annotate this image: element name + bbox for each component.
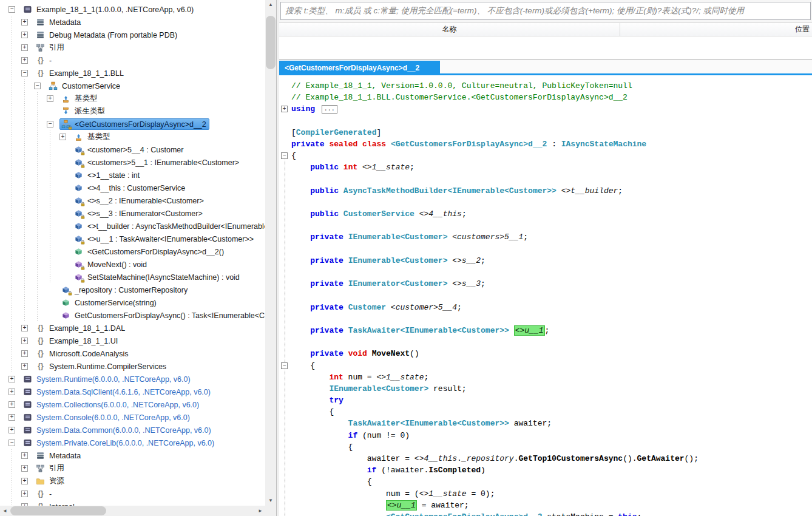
code-line: private Customer <customer>5__4; bbox=[279, 302, 812, 313]
code-editor[interactable]: // Example_18_1_1, Version=1.0.0.0, Cult… bbox=[279, 75, 812, 516]
tree-item[interactable]: +基类型 bbox=[0, 131, 265, 143]
fold-margin bbox=[279, 336, 291, 348]
tree-item[interactable]: <customers>5__1 : IEnumerable<Customer> bbox=[0, 156, 265, 169]
expander-icon[interactable]: + bbox=[21, 57, 28, 64]
tree-item[interactable]: MoveNext() : void bbox=[0, 258, 265, 271]
expander-icon[interactable]: + bbox=[59, 134, 66, 140]
expander-icon[interactable]: + bbox=[8, 427, 15, 433]
tree-item[interactable]: −<GetCustomersForDisplayAsync>d__2 bbox=[0, 118, 265, 131]
code-line: private IEnumerable<Customer> <>s__2; bbox=[279, 255, 812, 266]
tree-item[interactable]: +System.Data.SqlClient (4.6.1.6, .NETCor… bbox=[0, 385, 265, 398]
expander-icon[interactable]: + bbox=[8, 401, 15, 408]
tree-item[interactable]: <>s__2 : IEnumerable<Customer> bbox=[0, 194, 265, 207]
tree-item[interactable]: +System.Console (6.0.0.0, .NETCoreApp, v… bbox=[0, 411, 265, 424]
search-input[interactable]: 搜索 t:类型、 m:成员 或 c:常量; 使用完全匹配(=term)、 不应包… bbox=[280, 2, 811, 20]
expander-icon[interactable]: + bbox=[21, 44, 28, 51]
tree-item[interactable]: +Debug Metadata (From portable PDB) bbox=[0, 29, 265, 41]
tree-item[interactable]: +{}Microsoft.CodeAnalysis bbox=[0, 347, 265, 360]
expander-icon[interactable]: − bbox=[47, 121, 53, 127]
search-placeholder-text: 搜索 t:类型、 m:成员 或 c:常量; 使用完全匹配(=term)、 不应包… bbox=[285, 5, 744, 16]
tree-item[interactable]: <>u__1 : TaskAwaiter<IEnumerable<Custome… bbox=[0, 233, 265, 245]
tree-item[interactable]: −{}Example_18_1_1.BLL bbox=[0, 67, 265, 80]
tree-item[interactable]: CustomerService(string) bbox=[0, 296, 265, 309]
collapsed-code-box[interactable]: ... bbox=[322, 105, 337, 114]
horizontal-scrollbar-thumb[interactable] bbox=[10, 506, 106, 515]
expander-icon[interactable]: − bbox=[21, 70, 28, 76]
vertical-scrollbar-thumb[interactable] bbox=[266, 16, 276, 69]
tree-item[interactable]: +{}- bbox=[0, 487, 265, 500]
fold-marker-icon[interactable]: − bbox=[281, 152, 288, 159]
expander-icon[interactable]: − bbox=[8, 6, 15, 13]
expander-icon[interactable]: − bbox=[8, 440, 15, 446]
code-line bbox=[279, 115, 812, 127]
tree-item[interactable]: +{}- bbox=[0, 54, 265, 67]
tree-item[interactable]: +引用 bbox=[0, 41, 265, 54]
expander-icon[interactable]: + bbox=[21, 338, 28, 344]
scroll-left-icon[interactable]: ◄ bbox=[0, 506, 10, 516]
expander-icon[interactable]: + bbox=[8, 376, 15, 382]
tree-item[interactable]: <customer>5__4 : Customer bbox=[0, 143, 265, 156]
expander-icon[interactable]: + bbox=[21, 32, 28, 38]
fold-margin: − bbox=[279, 360, 291, 372]
tree-item[interactable]: +Metadata bbox=[0, 16, 265, 29]
tree-item[interactable]: +System.Runtime (6.0.0.0, .NETCoreApp, v… bbox=[0, 373, 265, 385]
tree-item[interactable]: <GetCustomersForDisplayAsync>d__2() bbox=[0, 245, 265, 258]
tree-item[interactable]: +引用 bbox=[0, 462, 265, 475]
column-header-name[interactable]: 名称 bbox=[279, 23, 620, 36]
tree-item[interactable]: −Example_18_1_1 (1.0.0.0, .NETCoreApp, v… bbox=[0, 3, 265, 16]
expander-icon[interactable]: + bbox=[21, 19, 28, 25]
tree-item[interactable]: +{}Example_18_1_1.UI bbox=[0, 334, 265, 347]
expander-icon[interactable]: + bbox=[8, 414, 15, 421]
scroll-up-icon[interactable]: ▲ bbox=[265, 0, 276, 10]
fold-marker-icon[interactable]: + bbox=[281, 106, 288, 112]
tree-item[interactable]: <>4__this : CustomerService bbox=[0, 182, 265, 194]
tree-item[interactable]: +System.Collections (6.0.0.0, .NETCoreAp… bbox=[0, 398, 265, 411]
tree-item-label: System.Runtime bbox=[36, 375, 92, 384]
expander-spacer bbox=[59, 236, 66, 242]
expander-icon[interactable]: + bbox=[21, 491, 28, 497]
code-line: private IEnumerator<Customer> <>s__3; bbox=[279, 278, 812, 290]
column-header-location[interactable]: 位置 bbox=[620, 23, 812, 36]
expander-spacer bbox=[59, 159, 66, 166]
tree-item[interactable]: +基类型 bbox=[0, 92, 265, 105]
namespace-icon: {} bbox=[36, 336, 46, 346]
code-line: public int <>1__state; bbox=[279, 161, 812, 173]
expander-spacer bbox=[59, 248, 66, 255]
search-results-list[interactable] bbox=[279, 36, 812, 59]
tree-item[interactable]: <>t__builder : AsyncTaskMethodBuilder<IE… bbox=[0, 220, 265, 233]
tree-item[interactable]: +资源 bbox=[0, 475, 265, 487]
tree-item-label: System.Data.SqlClient bbox=[36, 388, 112, 396]
expander-icon[interactable]: + bbox=[21, 452, 28, 459]
tree-item[interactable]: −System.Private.CoreLib (6.0.0.0, .NETCo… bbox=[0, 436, 265, 449]
assembly-version-text: (6.0.0.0, .NETCoreApp, v6.0) bbox=[92, 375, 191, 384]
expander-icon[interactable]: + bbox=[47, 95, 53, 102]
expander-icon[interactable]: + bbox=[21, 478, 28, 484]
tree-item[interactable]: +{}Example_18_1_1.DAL bbox=[0, 322, 265, 334]
tree-item[interactable]: +{}System.Runtime.CompilerServices bbox=[0, 360, 265, 373]
fold-margin bbox=[279, 383, 291, 395]
fold-marker-icon[interactable]: − bbox=[281, 362, 288, 369]
tab-getcustomersfordisplayasync[interactable]: <GetCustomersForDisplayAsync>d__2 bbox=[279, 61, 440, 75]
expander-icon[interactable]: + bbox=[21, 363, 28, 370]
tree-item[interactable]: GetCustomersForDisplayAsync() : Task<IEn… bbox=[0, 309, 265, 322]
tree-item[interactable]: 派生类型 bbox=[0, 105, 265, 118]
tree-item[interactable]: SetStateMachine(IAsyncStateMachine) : vo… bbox=[0, 271, 265, 283]
tree-item[interactable]: +{}Internal bbox=[0, 500, 265, 506]
expander-icon[interactable]: + bbox=[21, 465, 28, 472]
tree-item[interactable]: <>1__state : int bbox=[0, 169, 265, 182]
scroll-right-icon[interactable]: ► bbox=[255, 506, 265, 516]
expander-icon[interactable]: + bbox=[21, 350, 28, 357]
fold-margin bbox=[279, 406, 291, 418]
tree-item[interactable]: <>s__3 : IEnumerator<Customer> bbox=[0, 207, 265, 220]
tree-item[interactable]: −CustomerService bbox=[0, 80, 265, 92]
expander-icon[interactable]: + bbox=[8, 389, 15, 395]
code-line: { bbox=[279, 406, 812, 418]
code-line: private TaskAwaiter<IEnumerable<Customer… bbox=[279, 325, 812, 336]
scroll-down-icon[interactable]: ▼ bbox=[265, 496, 276, 506]
tree-item[interactable]: _repository : CustomerRepository bbox=[0, 283, 265, 296]
tree-item[interactable]: +System.Data.Common (6.0.0.0, .NETCoreAp… bbox=[0, 424, 265, 436]
expander-icon[interactable]: + bbox=[21, 325, 28, 331]
assembly-explorer-panel: −Example_18_1_1 (1.0.0.0, .NETCoreApp, v… bbox=[0, 0, 277, 516]
expander-icon[interactable]: − bbox=[34, 83, 41, 89]
tree-item[interactable]: +Metadata bbox=[0, 449, 265, 462]
